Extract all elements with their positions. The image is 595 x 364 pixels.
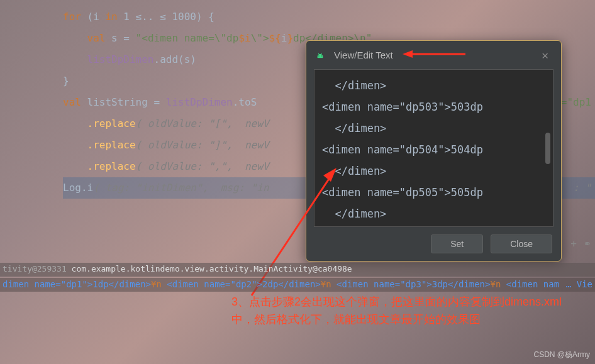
xml-line: </dimen> (322, 160, 545, 182)
dialog-text-area[interactable]: </dimen> <dimen name="dp503">503dp </dim… (314, 69, 553, 227)
xml-line: <dimen name="dp505">505dp (322, 182, 545, 203)
log-output: dimen name="dp1">1dp</dimen>¥n <dimen na… (0, 278, 595, 292)
link-icon[interactable]: ⚭ (583, 238, 591, 250)
scrollbar-thumb[interactable] (545, 133, 550, 164)
set-button[interactable]: Set (431, 234, 483, 253)
code-line: for (i in 1 ≤.. ≤ 1000) { (63, 6, 595, 28)
xml-line: </dimen> (322, 118, 545, 139)
status-bar: tivity@259331 com.example.kotlindemo.vie… (0, 263, 595, 277)
plus-icon[interactable]: + (570, 238, 577, 250)
dialog-footer: Set Close (306, 227, 561, 261)
dialog-title: View/Edit Text (334, 50, 529, 60)
xml-line: <dimen name="dp504">504dp (322, 139, 545, 160)
svg-point-0 (318, 55, 319, 56)
view-edit-text-dialog: View/Edit Text ✕ </dimen> <dimen name="d… (306, 40, 562, 262)
xml-line: </dimen> (322, 75, 545, 96)
close-button[interactable]: Close (491, 234, 552, 253)
xml-line: <dimen name="dp503">503dp (322, 96, 545, 118)
dialog-header: View/Edit Text ✕ (306, 41, 561, 69)
watermark: CSDN @杨Army (533, 350, 590, 360)
xml-line: </dimen> (322, 203, 545, 224)
close-icon[interactable]: ✕ (538, 47, 552, 63)
svg-point-1 (321, 55, 321, 56)
annotation-text: 3、点击步骤2会出现这个弹窗，把这里面的内容复制到dimens.xml中，然后格… (231, 293, 584, 328)
gutter-icons: + ⚭ (570, 238, 591, 250)
android-icon (315, 51, 325, 60)
